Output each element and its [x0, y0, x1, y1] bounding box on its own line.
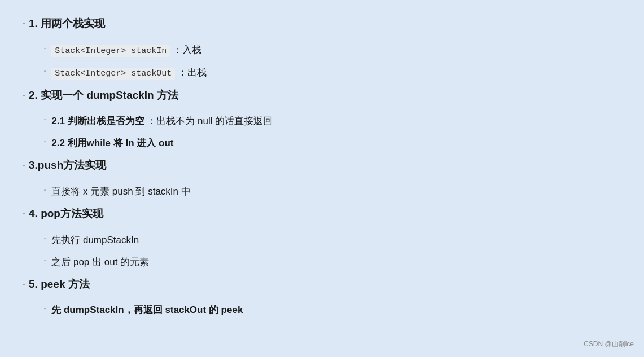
bullet-l2: ◦	[44, 117, 46, 122]
level2-text: 直接将 x 元素 push 到 stackIn 中	[51, 184, 191, 199]
level2-text: 先 dumpStackIn，再返回 stackOut 的 peek	[51, 302, 243, 318]
bullet-l1: ·	[23, 206, 25, 221]
level2-text: 先执行 dumpStackIn	[51, 232, 139, 248]
level2-list: ◦ 直接将 x 元素 push 到 stackIn 中	[44, 184, 621, 199]
text-normal: ：出栈不为 null 的话直接返回	[147, 116, 273, 126]
code-inline: Stack<Integer> stackIn	[51, 45, 170, 57]
bullet-l1: ·	[23, 157, 25, 173]
level1-text: 1. 用两个栈实现	[29, 16, 105, 32]
level2-list: ◦ 先 dumpStackIn，再返回 stackOut 的 peek	[44, 302, 621, 318]
bullet-l2: ◦	[44, 258, 46, 263]
level2-text: 之后 pop 出 out 的元素	[51, 254, 149, 270]
watermark: CSDN @山削ice	[584, 340, 634, 349]
level2-item: ◦ Stack<Integer> stackOut ：出栈	[44, 65, 621, 81]
level2-text: 2.1 判断出栈是否为空 ：出栈不为 null 的话直接返回	[51, 113, 273, 129]
main-container: · 1. 用两个栈实现 ◦ Stack<Integer> stackIn ：入栈…	[0, 0, 644, 357]
text-bold: 2.1 判断出栈是否为空	[51, 116, 144, 126]
text-bold: 先 dumpStackIn，再返回 stackOut 的 peek	[51, 305, 243, 315]
level1-text: 4. pop方法实现	[29, 206, 103, 222]
level2-text: 2.2 利用while 将 In 进入 out	[51, 135, 173, 151]
level2-text: Stack<Integer> stackOut ：出栈	[51, 65, 207, 81]
level2-item: ◦ 2.2 利用while 将 In 进入 out	[44, 135, 621, 151]
list-item: · 1. 用两个栈实现 ◦ Stack<Integer> stackIn ：入栈…	[23, 16, 621, 81]
level2-item: ◦ 之后 pop 出 out 的元素	[44, 254, 621, 270]
bullet-l2: ◦	[44, 68, 46, 74]
bullet-l1: ·	[23, 276, 25, 292]
bullet-l2: ◦	[44, 236, 46, 241]
level2-list: ◦ Stack<Integer> stackIn ：入栈 ◦ Stack<Int…	[44, 42, 621, 81]
level1-text: 5. peek 方法	[29, 276, 90, 293]
level1-text: 3.push方法实现	[29, 157, 106, 174]
level2-item: ◦ 先执行 dumpStackIn	[44, 232, 621, 248]
bullet-l1: ·	[23, 87, 25, 103]
bullet-l2: ◦	[44, 139, 46, 144]
list-item: · 5. peek 方法 ◦ 先 dumpStackIn，再返回 stackOu…	[23, 276, 621, 318]
list-item: · 3.push方法实现 ◦ 直接将 x 元素 push 到 stackIn 中	[23, 157, 621, 199]
bullet-l2: ◦	[44, 306, 46, 311]
bullet-l1: ·	[23, 16, 25, 31]
text-normal: ：入栈	[173, 45, 201, 55]
bullet-l2: ◦	[44, 46, 46, 51]
level1-text: 2. 实现一个 dumpStackIn 方法	[29, 87, 178, 104]
code-inline: Stack<Integer> stackOut	[51, 68, 175, 80]
level2-item: ◦ 直接将 x 元素 push 到 stackIn 中	[44, 184, 621, 199]
text-bold: 2.2 利用while 将 In 进入 out	[51, 138, 173, 148]
level2-list: ◦ 2.1 判断出栈是否为空 ：出栈不为 null 的话直接返回 ◦ 2.2 利…	[44, 113, 621, 151]
level2-text: Stack<Integer> stackIn ：入栈	[51, 42, 201, 58]
content-area: · 1. 用两个栈实现 ◦ Stack<Integer> stackIn ：入栈…	[23, 16, 621, 318]
level2-item: ◦ 先 dumpStackIn，再返回 stackOut 的 peek	[44, 302, 621, 318]
bullet-l2: ◦	[44, 187, 46, 193]
list-item: · 4. pop方法实现 ◦ 先执行 dumpStackIn ◦ 之后 pop …	[23, 206, 621, 270]
list-item: · 2. 实现一个 dumpStackIn 方法 ◦ 2.1 判断出栈是否为空 …	[23, 87, 621, 151]
level2-item: ◦ 2.1 判断出栈是否为空 ：出栈不为 null 的话直接返回	[44, 113, 621, 129]
level2-list: ◦ 先执行 dumpStackIn ◦ 之后 pop 出 out 的元素	[44, 232, 621, 270]
text-normal: ：出栈	[178, 67, 207, 78]
level2-item: ◦ Stack<Integer> stackIn ：入栈	[44, 42, 621, 58]
